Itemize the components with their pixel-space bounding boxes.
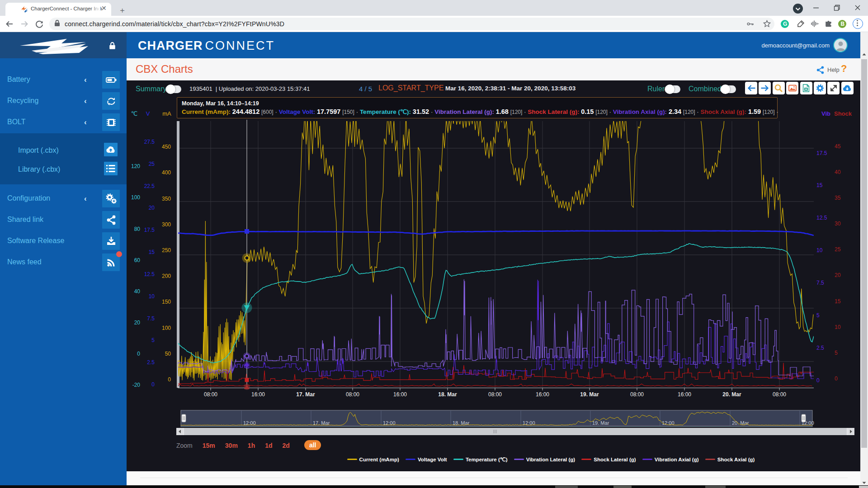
svg-text:0: 0: [816, 377, 820, 384]
svg-text:45: 45: [835, 143, 841, 150]
svg-text:16:00: 16:00: [251, 391, 265, 398]
svg-text:2.5: 2.5: [147, 359, 155, 366]
svg-text:50: 50: [165, 351, 171, 357]
svg-text:mA: mA: [162, 110, 171, 117]
svg-text:40: 40: [835, 169, 841, 175]
svg-text:08:00: 08:00: [773, 391, 786, 398]
svg-text:08:00: 08:00: [204, 391, 217, 398]
svg-text:15: 15: [835, 298, 841, 305]
svg-text:08:00: 08:00: [488, 391, 502, 398]
svg-text:22.5: 22.5: [144, 183, 155, 189]
svg-text:20. Mar: 20. Mar: [722, 391, 741, 398]
svg-text:0: 0: [137, 351, 140, 357]
svg-text:16:00: 16:00: [393, 391, 407, 398]
svg-text:19. Mar: 19. Mar: [580, 391, 599, 398]
svg-text:300: 300: [162, 221, 171, 228]
svg-text:150: 150: [162, 299, 171, 305]
svg-text:17. Mar: 17. Mar: [313, 420, 330, 426]
svg-text:7.5: 7.5: [816, 280, 824, 286]
svg-text:10: 10: [816, 247, 823, 253]
svg-text:17.5: 17.5: [144, 227, 155, 233]
svg-text:10: 10: [835, 324, 841, 330]
svg-text:17.5: 17.5: [816, 150, 827, 156]
svg-text:250: 250: [162, 247, 171, 253]
svg-text:10: 10: [149, 293, 155, 300]
svg-text:20: 20: [134, 319, 141, 326]
svg-text:120: 120: [131, 163, 140, 169]
svg-text:0: 0: [835, 375, 838, 382]
svg-text:40: 40: [134, 288, 141, 295]
svg-text:60: 60: [134, 257, 141, 263]
svg-text:15: 15: [149, 249, 155, 255]
svg-text:V: V: [146, 110, 150, 117]
svg-text:7.5: 7.5: [147, 315, 155, 322]
svg-text:2.5: 2.5: [816, 345, 824, 351]
svg-text:0: 0: [151, 381, 155, 388]
svg-text:12.5: 12.5: [816, 215, 827, 221]
svg-text:19. Mar: 19. Mar: [592, 420, 609, 426]
svg-text:Vib: Vib: [821, 110, 830, 117]
svg-text:200: 200: [162, 273, 171, 279]
svg-text:-20: -20: [132, 382, 141, 388]
svg-text:12.5: 12.5: [144, 271, 155, 277]
svg-text:20: 20: [835, 272, 841, 278]
svg-text:15: 15: [816, 182, 823, 188]
svg-text:27.5: 27.5: [144, 139, 155, 145]
svg-text:08:00: 08:00: [630, 391, 644, 398]
svg-text:100: 100: [162, 325, 171, 331]
svg-text:16:00: 16:00: [536, 391, 549, 398]
svg-text:25: 25: [835, 246, 841, 253]
svg-text:16:00: 16:00: [678, 391, 691, 398]
svg-text:0: 0: [168, 376, 171, 383]
svg-text:450: 450: [162, 144, 171, 150]
svg-text:400: 400: [162, 169, 171, 176]
svg-text:25: 25: [149, 161, 155, 167]
svg-text:30: 30: [835, 221, 841, 227]
svg-text:80: 80: [134, 226, 141, 232]
svg-text:20: 20: [149, 205, 155, 211]
svg-text:17. Mar: 17. Mar: [296, 391, 315, 398]
svg-text:350: 350: [162, 196, 171, 202]
svg-text:35: 35: [835, 195, 841, 201]
svg-text:5: 5: [816, 312, 820, 319]
svg-text:18. Mar: 18. Mar: [438, 391, 457, 398]
svg-text:5: 5: [151, 337, 155, 343]
svg-text:5: 5: [835, 350, 838, 356]
svg-text:℃: ℃: [131, 110, 138, 117]
svg-text:08:00: 08:00: [346, 391, 359, 398]
svg-text:100: 100: [131, 194, 140, 201]
svg-text:20. Mar: 20. Mar: [732, 420, 749, 426]
svg-text:Shock: Shock: [834, 110, 852, 117]
